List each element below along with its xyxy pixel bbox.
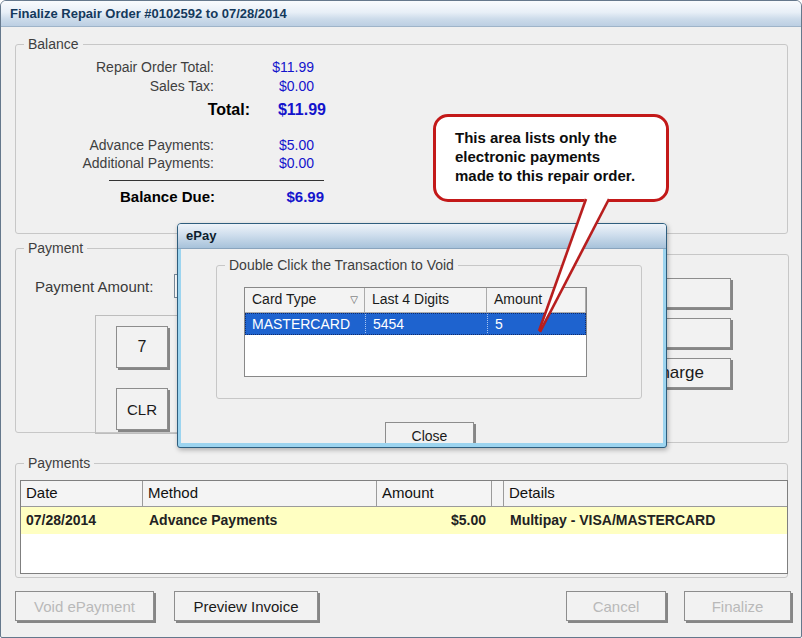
payment-row-date: 07/28/2014: [21, 507, 143, 534]
payment-group-label: Payment: [24, 240, 87, 256]
annotation-line-1: This area lists only the: [455, 128, 666, 147]
column-header-details[interactable]: Details: [504, 481, 787, 507]
total-label: Total:: [22, 101, 250, 119]
payments-group: Payments Date Method Amount Details 07/2…: [15, 463, 788, 578]
column-header-epay-amount[interactable]: Amount: [487, 288, 586, 313]
column-header-card-type[interactable]: Card Type ▽: [245, 288, 365, 313]
card-type-header-label: Card Type: [252, 291, 316, 307]
sort-descending-icon: ▽: [350, 293, 358, 307]
balance-due-value: $6.99: [215, 188, 324, 205]
epay-transactions-grid: Card Type ▽ Last 4 Digits Amount MASTERC…: [244, 287, 587, 377]
payment-row-spacer: [492, 507, 504, 534]
column-header-date[interactable]: Date: [21, 481, 143, 507]
balance-group-label: Balance: [24, 36, 83, 52]
balance-row: Additional Payments: $0.00: [22, 155, 314, 171]
epay-grid-header: Card Type ▽ Last 4 Digits Amount: [245, 288, 586, 313]
finalize-button[interactable]: Finalize: [684, 591, 791, 621]
epay-dialog-title: ePay: [186, 228, 216, 243]
payment-row-amount: $5.00: [377, 507, 492, 534]
sales-tax-value: $0.00: [214, 78, 314, 94]
advance-payments-label: Advance Payments:: [22, 137, 214, 153]
payment-row[interactable]: 07/28/2014 Advance Payments $5.00 Multip…: [21, 507, 787, 534]
column-header-method[interactable]: Method: [143, 481, 377, 507]
transaction-card-type: MASTERCARD: [245, 313, 365, 335]
repair-order-total-label: Repair Order Total:: [22, 59, 214, 75]
keypad-7-button[interactable]: 7: [116, 326, 168, 368]
additional-payments-label: Additional Payments:: [22, 155, 214, 171]
sales-tax-label: Sales Tax:: [22, 78, 214, 94]
window-title: Finalize Repair Order #0102592 to 07/28/…: [1, 1, 801, 26]
balance-group: Balance Repair Order Total: $11.99 Sales…: [15, 44, 788, 234]
column-header-amount[interactable]: Amount: [377, 481, 492, 507]
payments-table: Date Method Amount Details 07/28/2014 Ad…: [20, 480, 788, 574]
epay-close-button[interactable]: Close: [385, 422, 474, 443]
total-value: $11.99: [250, 101, 326, 119]
epay-dialog-body: Double Click the Transaction to Void Car…: [181, 249, 663, 443]
balance-row: Advance Payments: $5.00: [22, 137, 314, 153]
transaction-last4: 5454: [365, 313, 487, 335]
payment-row-details: Multipay - VISA/MASTERCARD: [504, 507, 787, 534]
annotation-callout: This area lists only the electronic paym…: [433, 114, 669, 202]
epay-dialog: ePay Double Click the Transaction to Voi…: [177, 223, 667, 448]
keypad-clr-button[interactable]: CLR: [116, 388, 168, 430]
column-header-last4[interactable]: Last 4 Digits: [365, 288, 487, 313]
cancel-button[interactable]: Cancel: [566, 591, 666, 621]
additional-payments-value: $0.00: [214, 155, 314, 171]
preview-invoice-button[interactable]: Preview Invoice: [174, 591, 318, 621]
balance-row-due: Balance Due: $6.99: [22, 188, 324, 205]
void-epayment-button[interactable]: Void ePayment: [15, 591, 154, 621]
epay-instruction-label: Double Click the Transaction to Void: [225, 257, 458, 273]
balance-row-total: Total: $11.99: [22, 101, 326, 119]
epay-transaction-row-selected[interactable]: MASTERCARD 5454 5: [245, 313, 586, 335]
balance-row: Repair Order Total: $11.99: [22, 59, 314, 75]
balance-separator: [109, 180, 324, 181]
transaction-amount: 5: [487, 313, 586, 335]
annotation-line-2: electronic payments: [455, 147, 666, 166]
annotation-line-3: made to this repair order.: [455, 166, 666, 185]
finalize-repair-order-window: Finalize Repair Order #0102592 to 07/28/…: [0, 0, 802, 638]
payment-amount-label: Payment Amount:: [35, 278, 153, 295]
payments-table-header: Date Method Amount Details: [21, 481, 787, 507]
repair-order-total-value: $11.99: [214, 59, 314, 75]
column-header-spacer: [492, 481, 504, 507]
balance-due-label: Balance Due:: [22, 188, 215, 205]
window-titlebar: Finalize Repair Order #0102592 to 07/28/…: [1, 1, 801, 27]
epay-dialog-titlebar: ePay: [178, 224, 666, 249]
balance-row: Sales Tax: $0.00: [22, 78, 314, 94]
advance-payments-value: $5.00: [214, 137, 314, 153]
payment-row-method: Advance Payments: [143, 507, 377, 534]
payments-group-label: Payments: [24, 455, 94, 471]
